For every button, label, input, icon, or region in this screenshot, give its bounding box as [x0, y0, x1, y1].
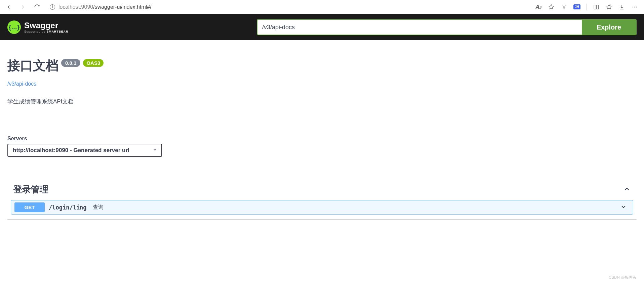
browser-actions: A)) V JH [535, 4, 640, 10]
version-badge: 0.0.1 [61, 59, 80, 67]
site-info-icon[interactable]: i [50, 4, 55, 10]
star-icon[interactable] [548, 4, 555, 10]
api-title: 接口文档 [7, 57, 58, 74]
operation-row[interactable]: GET /login/ling 查询 [11, 200, 633, 214]
swagger-logo-icon: {…} [7, 20, 21, 34]
vue-ext-icon[interactable]: V [561, 4, 567, 10]
swagger-logo-subtext: Supported by SMARTBEAR [24, 30, 68, 33]
page-scroll[interactable]: {…} Swagger Supported by SMARTBEAR Explo… [0, 14, 644, 282]
jh-badge-icon[interactable]: JH [573, 4, 580, 9]
svg-rect-1 [597, 5, 599, 9]
download-icon[interactable] [618, 4, 625, 10]
browser-toolbar: i localhost:9090/swagger-ui/index.html#/… [0, 0, 644, 14]
server-select[interactable]: http://localhost:9090 - Generated server… [7, 144, 162, 157]
address-bar[interactable]: i localhost:9090/swagger-ui/index.html#/ [46, 2, 530, 12]
divider [587, 4, 587, 10]
spec-url-input[interactable] [257, 20, 582, 35]
svg-rect-0 [594, 5, 596, 9]
api-title-row: 接口文档 0.0.1 OAS3 [7, 57, 637, 74]
tag-section: 登录管理 GET /login/ling 查询 [7, 180, 637, 220]
svg-point-4 [636, 6, 637, 7]
read-aloud-icon[interactable]: A)) [535, 4, 542, 10]
chevron-up-icon [623, 185, 631, 194]
oas-badge: OAS3 [83, 59, 104, 67]
favorites-icon[interactable] [606, 4, 612, 10]
reload-button[interactable] [32, 2, 42, 12]
svg-point-2 [633, 6, 633, 7]
chevron-down-icon [620, 203, 630, 211]
swagger-topbar: {…} Swagger Supported by SMARTBEAR Explo… [0, 14, 644, 40]
api-docs-link[interactable]: /v3/api-docs [7, 81, 36, 87]
tag-name: 登录管理 [13, 184, 48, 195]
back-button[interactable] [4, 2, 13, 12]
forward-button[interactable] [18, 2, 28, 12]
watermark: CSDN @梅秀头 [609, 275, 637, 280]
swagger-logo-text: Swagger [24, 21, 68, 30]
server-select-wrap: http://localhost:9090 - Generated server… [7, 144, 162, 157]
operation-block[interactable]: GET /login/ling 查询 [11, 200, 633, 215]
filler [7, 220, 637, 282]
operation-summary: 查询 [93, 204, 104, 211]
split-icon[interactable] [593, 4, 600, 10]
svg-point-3 [634, 6, 635, 7]
servers-label: Servers [7, 136, 637, 142]
swagger-main: 接口文档 0.0.1 OAS3 /v3/api-docs 学生成绩管理系统API… [0, 40, 644, 282]
explore-button[interactable]: Explore [582, 20, 636, 35]
http-method-badge: GET [14, 202, 45, 212]
explore-form: Explore [257, 19, 637, 35]
more-icon[interactable] [631, 4, 638, 10]
swagger-logo[interactable]: {…} Swagger Supported by SMARTBEAR [7, 20, 68, 34]
api-description: 学生成绩管理系统API文档 [7, 98, 637, 105]
operation-path: /login/ling [49, 204, 87, 211]
tag-header[interactable]: 登录管理 [7, 180, 637, 200]
url-text: localhost:9090/swagger-ui/index.html#/ [58, 4, 152, 10]
servers-block: Servers http://localhost:9090 - Generate… [7, 136, 637, 157]
